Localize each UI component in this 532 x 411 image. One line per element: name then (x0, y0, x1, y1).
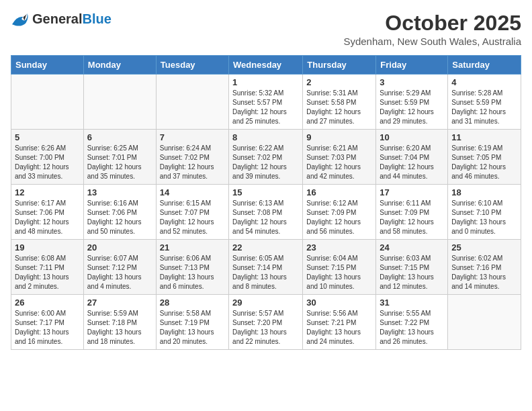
day-info: Sunrise: 5:55 AMSunset: 7:22 PMDaylight:… (380, 309, 444, 347)
day-number: 7 (160, 132, 225, 142)
day-info: Sunrise: 6:16 AMSunset: 7:06 PMDaylight:… (87, 199, 152, 236)
calendar-cell: 20Sunrise: 6:07 AMSunset: 7:12 PMDayligh… (83, 240, 156, 295)
calendar-week-2: 5Sunrise: 6:26 AMSunset: 7:00 PMDaylight… (11, 130, 521, 185)
day-info: Sunrise: 6:13 AMSunset: 7:08 PMDaylight:… (232, 199, 299, 236)
day-info: Sunrise: 5:32 AMSunset: 5:57 PMDaylight:… (232, 89, 299, 126)
day-number: 17 (380, 187, 444, 197)
calendar-cell: 7Sunrise: 6:24 AMSunset: 7:02 PMDaylight… (156, 130, 228, 185)
calendar-cell: 8Sunrise: 6:22 AMSunset: 7:02 PMDaylight… (229, 130, 303, 185)
day-info: Sunrise: 6:21 AMSunset: 7:03 PMDaylight:… (306, 144, 372, 181)
day-info: Sunrise: 5:29 AMSunset: 5:59 PMDaylight:… (380, 89, 444, 126)
day-info: Sunrise: 5:28 AMSunset: 5:59 PMDaylight:… (451, 89, 517, 126)
calendar-cell: 10Sunrise: 6:20 AMSunset: 7:04 PMDayligh… (376, 130, 448, 185)
day-info: Sunrise: 6:02 AMSunset: 7:16 PMDaylight:… (451, 254, 517, 291)
day-info: Sunrise: 6:25 AMSunset: 7:01 PMDaylight:… (87, 144, 152, 181)
calendar-cell: 23Sunrise: 6:04 AMSunset: 7:15 PMDayligh… (303, 240, 376, 295)
day-number: 18 (451, 187, 517, 197)
calendar-cell (156, 75, 228, 130)
day-info: Sunrise: 5:58 AMSunset: 7:19 PMDaylight:… (160, 309, 225, 347)
day-number: 12 (15, 187, 80, 197)
calendar-cell: 3Sunrise: 5:29 AMSunset: 5:59 PMDaylight… (376, 75, 448, 130)
day-number: 23 (306, 242, 372, 253)
day-number: 22 (232, 242, 299, 253)
day-info: Sunrise: 5:57 AMSunset: 7:20 PMDaylight:… (232, 309, 299, 347)
month-title: October 2025 (343, 11, 521, 36)
calendar-cell: 2Sunrise: 5:31 AMSunset: 5:58 PMDaylight… (303, 75, 376, 130)
day-info: Sunrise: 6:11 AMSunset: 7:09 PMDaylight:… (380, 199, 444, 236)
day-info: Sunrise: 6:05 AMSunset: 7:14 PMDaylight:… (232, 254, 299, 291)
calendar-cell: 12Sunrise: 6:17 AMSunset: 7:06 PMDayligh… (11, 185, 84, 240)
calendar-week-5: 26Sunrise: 6:00 AMSunset: 7:17 PMDayligh… (11, 295, 521, 350)
calendar-cell (83, 75, 156, 130)
title-block: October 2025 Sydenham, New South Wales, … (343, 11, 521, 47)
day-info: Sunrise: 6:17 AMSunset: 7:06 PMDaylight:… (15, 199, 80, 236)
day-number: 14 (160, 187, 225, 197)
weekday-header-wednesday: Wednesday (229, 56, 303, 75)
day-number: 20 (87, 242, 152, 253)
day-number: 6 (87, 132, 152, 142)
day-number: 8 (232, 132, 299, 142)
calendar-cell: 19Sunrise: 6:08 AMSunset: 7:11 PMDayligh… (11, 240, 84, 295)
day-number: 2 (306, 77, 372, 87)
day-number: 19 (15, 242, 80, 253)
day-number: 28 (160, 298, 225, 308)
day-number: 16 (306, 187, 372, 197)
day-number: 25 (451, 242, 517, 253)
day-number: 1 (232, 77, 299, 87)
day-number: 24 (380, 242, 444, 253)
calendar-cell: 29Sunrise: 5:57 AMSunset: 7:20 PMDayligh… (229, 295, 303, 350)
calendar-table: SundayMondayTuesdayWednesdayThursdayFrid… (11, 55, 521, 350)
calendar-cell: 31Sunrise: 5:55 AMSunset: 7:22 PMDayligh… (376, 295, 448, 350)
calendar-cell: 25Sunrise: 6:02 AMSunset: 7:16 PMDayligh… (448, 240, 521, 295)
calendar-cell: 27Sunrise: 5:59 AMSunset: 7:18 PMDayligh… (83, 295, 156, 350)
weekday-header-saturday: Saturday (448, 56, 521, 75)
calendar-cell (448, 295, 521, 350)
calendar-week-3: 12Sunrise: 6:17 AMSunset: 7:06 PMDayligh… (11, 185, 521, 240)
logo: GeneralBlue (11, 11, 112, 27)
calendar-cell: 1Sunrise: 5:32 AMSunset: 5:57 PMDaylight… (229, 75, 303, 130)
calendar-cell: 11Sunrise: 6:19 AMSunset: 7:05 PMDayligh… (448, 130, 521, 185)
calendar-cell: 15Sunrise: 6:13 AMSunset: 7:08 PMDayligh… (229, 185, 303, 240)
day-info: Sunrise: 6:22 AMSunset: 7:02 PMDaylight:… (232, 144, 299, 181)
calendar-week-1: 1Sunrise: 5:32 AMSunset: 5:57 PMDaylight… (11, 75, 521, 130)
day-info: Sunrise: 6:20 AMSunset: 7:04 PMDaylight:… (380, 144, 444, 181)
calendar-cell: 4Sunrise: 5:28 AMSunset: 5:59 PMDaylight… (448, 75, 521, 130)
calendar-cell: 18Sunrise: 6:10 AMSunset: 7:10 PMDayligh… (448, 185, 521, 240)
calendar-cell: 21Sunrise: 6:06 AMSunset: 7:13 PMDayligh… (156, 240, 228, 295)
calendar-cell: 16Sunrise: 6:12 AMSunset: 7:09 PMDayligh… (303, 185, 376, 240)
day-info: Sunrise: 6:08 AMSunset: 7:11 PMDaylight:… (15, 254, 80, 291)
logo-icon (11, 11, 30, 27)
weekday-header-sunday: Sunday (11, 56, 84, 75)
day-number: 4 (451, 77, 517, 87)
day-number: 10 (380, 132, 444, 142)
day-number: 30 (306, 298, 372, 308)
day-number: 31 (380, 298, 444, 308)
day-info: Sunrise: 6:24 AMSunset: 7:02 PMDaylight:… (160, 144, 225, 181)
weekday-header-thursday: Thursday (303, 56, 376, 75)
location: Sydenham, New South Wales, Australia (343, 36, 521, 47)
day-info: Sunrise: 5:31 AMSunset: 5:58 PMDaylight:… (306, 89, 372, 126)
day-number: 13 (87, 187, 152, 197)
calendar-cell: 14Sunrise: 6:15 AMSunset: 7:07 PMDayligh… (156, 185, 228, 240)
page-header: GeneralBlue October 2025 Sydenham, New S… (11, 11, 521, 47)
day-number: 11 (451, 132, 517, 142)
day-info: Sunrise: 6:06 AMSunset: 7:13 PMDaylight:… (160, 254, 225, 291)
calendar-cell: 9Sunrise: 6:21 AMSunset: 7:03 PMDaylight… (303, 130, 376, 185)
day-info: Sunrise: 6:03 AMSunset: 7:15 PMDaylight:… (380, 254, 444, 291)
day-number: 29 (232, 298, 299, 308)
calendar-cell: 5Sunrise: 6:26 AMSunset: 7:00 PMDaylight… (11, 130, 84, 185)
day-info: Sunrise: 6:07 AMSunset: 7:12 PMDaylight:… (87, 254, 152, 291)
calendar-cell: 24Sunrise: 6:03 AMSunset: 7:15 PMDayligh… (376, 240, 448, 295)
weekday-header-monday: Monday (83, 56, 156, 75)
calendar-cell (11, 75, 84, 130)
day-number: 21 (160, 242, 225, 253)
calendar-cell: 22Sunrise: 6:05 AMSunset: 7:14 PMDayligh… (229, 240, 303, 295)
calendar-cell: 17Sunrise: 6:11 AMSunset: 7:09 PMDayligh… (376, 185, 448, 240)
weekday-header-row: SundayMondayTuesdayWednesdayThursdayFrid… (11, 56, 521, 75)
day-info: Sunrise: 6:04 AMSunset: 7:15 PMDaylight:… (306, 254, 372, 291)
day-info: Sunrise: 6:19 AMSunset: 7:05 PMDaylight:… (451, 144, 517, 181)
day-number: 9 (306, 132, 372, 142)
day-info: Sunrise: 5:59 AMSunset: 7:18 PMDaylight:… (87, 309, 152, 347)
day-number: 26 (15, 298, 80, 308)
weekday-header-friday: Friday (376, 56, 448, 75)
